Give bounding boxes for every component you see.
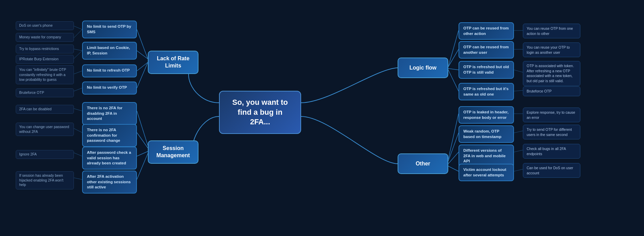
sub-limit-cookie: Limit based on Cookie, IP, Session xyxy=(82,42,137,60)
sub-otp-reuse-user: OTP can be reused from another user xyxy=(459,41,514,59)
svg-line-5 xyxy=(137,133,148,148)
label-bruteforce-otp-left: Bruteforce OTP xyxy=(16,88,74,97)
svg-line-28 xyxy=(514,70,523,72)
svg-line-16 xyxy=(74,153,82,156)
svg-line-4 xyxy=(137,111,148,146)
sub-no-2fa-password: There is no 2FA confirmation for passwor… xyxy=(82,124,137,147)
svg-line-23 xyxy=(448,133,459,161)
leaf-send-otp-diff-users: Try to send OTP for different users in t… xyxy=(523,125,580,139)
svg-line-17 xyxy=(74,178,82,179)
sub-otp-leaked: OTP is leaked in header, response body o… xyxy=(459,106,514,124)
sub-after-password-session: After password check a valid session has… xyxy=(82,147,137,170)
category-other: Other xyxy=(398,153,448,174)
svg-line-2 xyxy=(137,62,148,71)
svg-line-3 xyxy=(137,62,148,88)
sub-no-limit-refresh: No limit to refresh OTP xyxy=(82,64,137,77)
label-dos-phone: DoS on user's phone xyxy=(16,21,74,30)
center-node: So, you want to find a bug in 2FA... xyxy=(219,91,301,134)
svg-line-8 xyxy=(74,26,82,29)
svg-line-24 xyxy=(448,152,459,164)
label-session-hijacked: If session has already been hijacked ena… xyxy=(16,171,74,189)
svg-line-18 xyxy=(448,30,459,67)
sub-no-limit-sms: No limit to send OTP by SMS xyxy=(82,21,137,38)
leaf-reuse-login-another: You can reuse your OTP to login as anoth… xyxy=(523,42,580,57)
svg-line-33 xyxy=(514,169,523,171)
sub-otp-reuse-action: OTP can be reused from other action xyxy=(459,22,514,40)
svg-line-6 xyxy=(137,151,148,156)
category-lack-rate: Lack of Rate Limits xyxy=(148,51,198,74)
svg-line-14 xyxy=(74,109,82,111)
svg-line-1 xyxy=(137,51,148,59)
sub-no-2fa-disable: There is no 2FA for disabling 2FA in acc… xyxy=(82,102,137,125)
leaf-explore-response: Explore response, try to cause an error xyxy=(523,108,580,122)
leaf-bruteforce-otp-right: Bruteforce OTP xyxy=(523,86,580,96)
svg-line-11 xyxy=(74,51,82,59)
svg-line-31 xyxy=(514,131,523,133)
svg-line-0 xyxy=(137,29,148,59)
sub-weak-random: Weak random, OTP based on timestamp xyxy=(459,125,514,143)
leaf-otp-token-pair: OTP is associated with token. After refr… xyxy=(523,61,580,86)
svg-line-12 xyxy=(74,71,82,74)
svg-line-15 xyxy=(74,128,82,133)
sub-otp-refreshed-same: OTP is refreshed but it's same as old on… xyxy=(459,83,514,100)
label-ignore-2fa: Ignore 2FA xyxy=(16,150,74,159)
svg-line-29 xyxy=(514,90,523,91)
label-brute-infinitely: You can "infinitely" brute OTP constantl… xyxy=(16,65,74,84)
leaf-reuse-one-to-other: You can reuse OTP from one action to oth… xyxy=(523,24,580,38)
svg-line-32 xyxy=(514,150,523,152)
svg-line-10 xyxy=(74,49,82,51)
svg-line-21 xyxy=(448,70,459,91)
leaf-dos-user-account: Can be used for DoS on user account xyxy=(523,163,580,178)
label-bypass: Try to bypass restrictions xyxy=(16,45,74,53)
category-logic-flow: Logic flow xyxy=(398,58,448,78)
svg-line-7 xyxy=(137,153,148,179)
category-session-mgmt: Session Management xyxy=(148,140,198,164)
center-label: So, you want to find a bug in 2FA... xyxy=(232,98,288,126)
sub-otp-refreshed-old-valid: OTP is refreshed but old OTP is still va… xyxy=(459,61,514,79)
sub-no-limit-verify: No limit to verify OTP xyxy=(82,82,137,95)
svg-line-13 xyxy=(74,88,82,91)
svg-line-22 xyxy=(448,114,459,159)
mind-map: So, you want to find a bug in 2FA... Lac… xyxy=(0,0,644,236)
category-lack-rate-label: Lack of Rate Limits xyxy=(157,55,189,70)
svg-line-25 xyxy=(448,166,459,171)
svg-line-9 xyxy=(74,29,82,38)
svg-line-19 xyxy=(448,49,459,67)
category-other-label: Other xyxy=(416,160,430,167)
sub-victim-lockout: Victim account lockout after several att… xyxy=(459,164,514,181)
label-money-waste: Money waste for company xyxy=(16,33,74,42)
category-session-label: Session Management xyxy=(156,145,190,159)
category-logic-label: Logic flow xyxy=(409,64,436,72)
label-2fa-disabled: 2FA can be disabled xyxy=(16,105,74,114)
leaf-check-all-bugs: Check all bugs in all 2FA endpoints xyxy=(523,144,580,159)
label-iprotate: IPRotate Burp Extension xyxy=(16,55,74,64)
label-change-pwd-no-2fa: You can change user password without 2FA xyxy=(16,123,74,136)
svg-line-20 xyxy=(448,69,459,70)
sub-after-2fa-sessions: After 2FA activation other existing sess… xyxy=(82,171,137,194)
